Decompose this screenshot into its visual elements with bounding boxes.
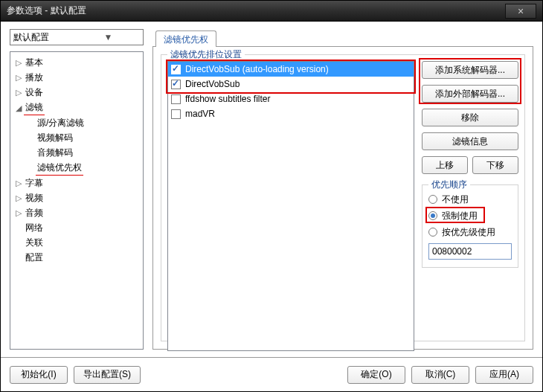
cancel-button[interactable]: 取消(C) — [411, 366, 469, 384]
tab-filter-priority[interactable]: 滤镜优先权 — [155, 30, 216, 47]
tree-device[interactable]: ▷设备 — [10, 85, 143, 100]
main-panel: 滤镜优先权 滤镜优先排位设置 DirectVobSub (auto-loadin… — [152, 29, 533, 350]
radio-icon — [428, 211, 437, 220]
config-select[interactable]: 默认配置 ▼ — [10, 29, 144, 45]
radio-disable[interactable]: 不使用 — [428, 191, 512, 208]
radio-force[interactable]: 强制使用 — [428, 208, 512, 224]
initialize-button[interactable]: 初始化(I) — [10, 366, 68, 384]
titlebar: 参数选项 - 默认配置 × — [1, 1, 542, 22]
filter-list[interactable]: DirectVobSub (auto-loading version) Dire… — [167, 61, 414, 351]
export-config-button[interactable]: 导出配置(S) — [74, 366, 141, 384]
filter-info-button[interactable]: 滤镜信息 — [422, 132, 518, 150]
fieldset-legend: 滤镜优先排位设置 — [167, 48, 245, 61]
category-tree[interactable]: ▷基本 ▷播放 ▷设备 ◢滤镜 源/分离滤镜 视频解码 音频解码 滤镜优先权 ▷… — [10, 51, 144, 350]
tab-body: 滤镜优先排位设置 DirectVobSub (auto-loading vers… — [152, 47, 533, 350]
window-title: 参数选项 - 默认配置 — [7, 4, 505, 17]
filter-fieldset: 滤镜优先排位设置 DirectVobSub (auto-loading vers… — [161, 54, 525, 341]
chevron-down-icon: ▼ — [77, 32, 140, 42]
dialog-body: 默认配置 ▼ ▷基本 ▷播放 ▷设备 ◢滤镜 源/分离滤镜 视频解码 音频解码 … — [1, 22, 542, 357]
filter-item[interactable]: DirectVobSub (auto-loading version) — [168, 62, 414, 77]
config-select-value: 默认配置 — [13, 31, 77, 44]
tree-playback[interactable]: ▷播放 — [10, 70, 143, 85]
filter-item[interactable]: ffdshow subtitles filter — [168, 91, 414, 106]
side-column: 添加系统解码器... 添加外部解码器... 移除 滤镜信息 上移 下移 — [422, 61, 518, 268]
tree-video[interactable]: ▷视频 — [10, 190, 143, 205]
move-down-button[interactable]: 下移 — [472, 156, 518, 174]
priority-box: 优先顺序 不使用 强制使用 按优先级使用 — [422, 184, 518, 268]
close-button[interactable]: × — [505, 4, 536, 19]
radio-icon — [428, 228, 437, 237]
tree-network[interactable]: 网络 — [10, 220, 143, 235]
remove-button[interactable]: 移除 — [422, 109, 518, 126]
move-up-button[interactable]: 上移 — [422, 156, 468, 174]
options-dialog: 参数选项 - 默认配置 × 默认配置 ▼ ▷基本 ▷播放 ▷设备 ◢滤镜 源/分… — [0, 0, 543, 392]
tree-config[interactable]: 配置 — [10, 250, 143, 265]
checkbox-icon[interactable] — [171, 109, 181, 119]
filter-item[interactable]: madVR — [168, 106, 414, 121]
checkbox-icon[interactable] — [171, 65, 181, 74]
radio-icon — [428, 195, 437, 204]
tree-audio-decode[interactable]: 音频解码 — [22, 145, 143, 160]
checkbox-icon[interactable] — [171, 80, 181, 89]
tree-src-split[interactable]: 源/分离滤镜 — [22, 115, 143, 130]
config-row: 默认配置 ▼ — [10, 29, 144, 45]
ok-button[interactable]: 确定(O) — [347, 366, 405, 384]
add-system-decoder-button[interactable]: 添加系统解码器... — [422, 61, 518, 79]
checkbox-icon[interactable] — [171, 94, 181, 104]
tree-filter-priority[interactable]: 滤镜优先权 — [22, 160, 143, 176]
tree-video-decode[interactable]: 视频解码 — [22, 130, 143, 145]
priority-legend: 优先顺序 — [428, 179, 470, 191]
tab-header: 滤镜优先权 — [152, 29, 533, 47]
tree-filter[interactable]: ◢滤镜 — [10, 100, 143, 115]
filter-list-wrap: DirectVobSub (auto-loading version) Dire… — [167, 61, 414, 351]
footer: 初始化(I) 导出配置(S) 确定(O) 取消(C) 应用(A) — [1, 357, 542, 391]
tree-assoc[interactable]: 关联 — [10, 235, 143, 250]
apply-button[interactable]: 应用(A) — [475, 366, 533, 384]
radio-priority[interactable]: 按优先级使用 — [428, 224, 512, 240]
add-external-decoder-button[interactable]: 添加外部解码器... — [422, 85, 518, 103]
priority-value-input[interactable] — [428, 243, 512, 260]
tree-audio[interactable]: ▷音频 — [10, 205, 143, 220]
filter-area: DirectVobSub (auto-loading version) Dire… — [167, 61, 518, 335]
filter-item[interactable]: DirectVobSub — [168, 77, 414, 91]
tree-subtitles[interactable]: ▷字幕 — [10, 176, 143, 190]
tree-basic[interactable]: ▷基本 — [10, 55, 143, 70]
